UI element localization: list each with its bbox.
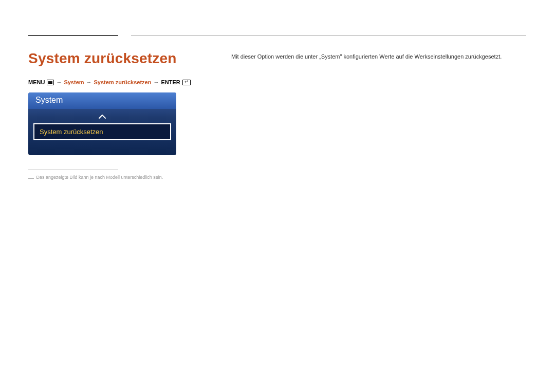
footnote-divider: [28, 170, 118, 170]
breadcrumb-system: System: [64, 79, 84, 85]
system-panel: System System zurücksetzen: [28, 92, 176, 155]
enter-icon: [182, 80, 191, 85]
footnote-text: Das angezeigte Bild kann je nach Modell …: [36, 175, 163, 180]
footnote: ― Das angezeigte Bild kann je nach Model…: [28, 175, 163, 181]
footnote-dash: ―: [28, 175, 34, 181]
panel-item-system-reset[interactable]: System zurücksetzen: [33, 123, 171, 140]
breadcrumb: MENU → System → System zurücksetzen → EN…: [28, 79, 191, 85]
chevron-up-icon[interactable]: [28, 109, 176, 123]
menu-icon: [47, 80, 54, 85]
breadcrumb-arrow: →: [153, 79, 159, 85]
breadcrumb-system-reset: System zurücksetzen: [94, 79, 152, 85]
breadcrumb-enter-label: ENTER: [161, 79, 180, 85]
header-rule-short: [28, 35, 118, 36]
breadcrumb-menu-label: MENU: [28, 79, 45, 85]
breadcrumb-arrow: →: [56, 79, 62, 85]
header-rule-long: [131, 35, 526, 36]
breadcrumb-arrow: →: [86, 79, 92, 85]
page-title: System zurücksetzen: [28, 50, 177, 67]
description-text: Mit dieser Option werden die unter „Syst…: [231, 53, 502, 60]
panel-title: System: [28, 92, 176, 109]
